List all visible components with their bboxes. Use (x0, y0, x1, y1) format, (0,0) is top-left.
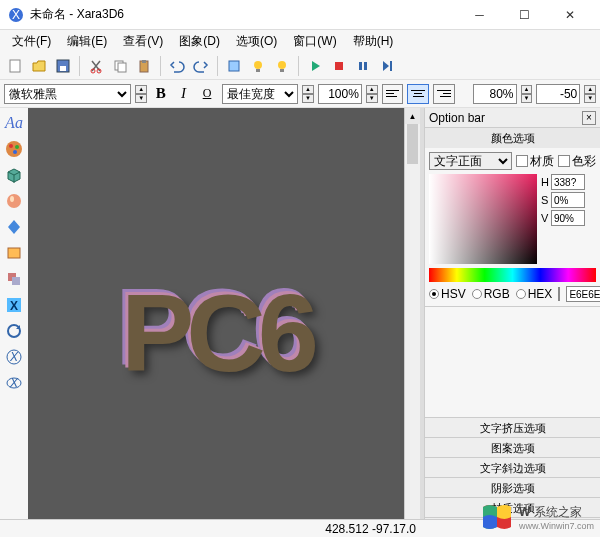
font-spinner[interactable]: ▲▼ (135, 85, 147, 103)
canvas-vscroll[interactable]: ▲ ▼ (404, 108, 420, 537)
acc-material[interactable]: 材质选项 (425, 497, 600, 517)
underline-button[interactable]: O (196, 83, 218, 105)
diamond-tool[interactable] (3, 216, 25, 238)
undo-button[interactable] (166, 55, 188, 77)
main-area: Aa X X X PC6 ▲ ▼ Option bar × 颜色选项 文字正面 (0, 108, 600, 537)
bulb2-icon[interactable] (271, 55, 293, 77)
s-input[interactable] (551, 192, 585, 208)
sidebar-header: Option bar × (425, 108, 600, 128)
menu-view[interactable]: 查看(V) (115, 31, 171, 51)
scroll-thumb[interactable] (407, 124, 418, 164)
svg-rect-10 (142, 60, 146, 63)
palette-tool[interactable] (3, 138, 25, 160)
colorize-checkbox[interactable]: 色彩 (558, 153, 596, 170)
sidebar-title: Option bar (429, 111, 485, 125)
bold-button[interactable]: B (151, 83, 171, 105)
svg-point-21 (9, 144, 13, 148)
panel-tool[interactable] (3, 242, 25, 264)
pct1-input[interactable] (473, 84, 517, 104)
svg-point-14 (278, 61, 286, 69)
open-button[interactable] (28, 55, 50, 77)
menu-help[interactable]: 帮助(H) (345, 31, 402, 51)
left-toolbar: Aa X X X (0, 108, 28, 537)
x3-tool[interactable]: X (3, 372, 25, 394)
rotate-tool[interactable] (3, 320, 25, 342)
h-input[interactable] (551, 174, 585, 190)
minimize-button[interactable]: ─ (457, 0, 502, 30)
paste-button[interactable] (133, 55, 155, 77)
stop-button[interactable] (328, 55, 350, 77)
menu-file[interactable]: 文件(F) (4, 31, 59, 51)
menu-edit[interactable]: 编辑(E) (59, 31, 115, 51)
color-picker-area[interactable] (429, 174, 537, 264)
align-left-button[interactable] (382, 84, 404, 104)
next-button[interactable] (376, 55, 398, 77)
cut-button[interactable] (85, 55, 107, 77)
window-title: 未命名 - Xara3D6 (30, 6, 457, 23)
x-tool[interactable]: X (3, 294, 25, 316)
svg-rect-16 (335, 62, 343, 70)
canvas[interactable]: PC6 (28, 108, 404, 537)
acc-pattern[interactable]: 图案选项 (425, 437, 600, 457)
svg-rect-19 (390, 61, 392, 71)
v-label: V (541, 212, 549, 224)
cube-tool[interactable] (3, 164, 25, 186)
align-right-button[interactable] (433, 84, 455, 104)
sidebar-close-button[interactable]: × (582, 111, 596, 125)
svg-point-12 (254, 61, 262, 69)
color-section-header[interactable]: 颜色选项 (425, 128, 600, 148)
close-button[interactable]: ✕ (547, 0, 592, 30)
mode-hex-radio[interactable]: HEX (516, 287, 553, 301)
pct2-spinner[interactable]: ▲▼ (584, 85, 596, 103)
svg-point-24 (7, 194, 21, 208)
scroll-up-icon[interactable]: ▲ (405, 108, 420, 124)
pause-button[interactable] (352, 55, 374, 77)
status-bar: 428.512 -97.17.0 (0, 519, 600, 537)
play-button[interactable] (304, 55, 326, 77)
hex-input[interactable] (566, 286, 600, 302)
acc-extrude[interactable]: 文字挤压选项 (425, 417, 600, 437)
tool-a[interactable] (223, 55, 245, 77)
acc-shadow[interactable]: 阴影选项 (425, 477, 600, 497)
italic-button[interactable]: I (175, 83, 193, 105)
redo-button[interactable] (190, 55, 212, 77)
menu-image[interactable]: 图象(D) (171, 31, 228, 51)
svg-rect-15 (280, 69, 284, 72)
canvas-3d-text: PC6 (121, 269, 311, 396)
format-bar: 微软雅黑 ▲▼ B I O 最佳宽度 ▲▼ ▲▼ ▲▼ ▲▼ (0, 80, 600, 108)
zoom-input[interactable] (318, 84, 362, 104)
hue-slider[interactable] (429, 268, 596, 282)
menu-options[interactable]: 选项(O) (228, 31, 285, 51)
x2-tool[interactable]: X (3, 346, 25, 368)
copy-button[interactable] (109, 55, 131, 77)
align-center-button[interactable] (407, 84, 429, 104)
save-button[interactable] (52, 55, 74, 77)
svg-rect-13 (256, 69, 260, 72)
svg-point-31 (8, 325, 20, 337)
color-swatch[interactable] (558, 287, 560, 301)
mode-rgb-radio[interactable]: RGB (472, 287, 510, 301)
pct1-spinner[interactable]: ▲▼ (521, 85, 533, 103)
lightbulb-icon[interactable] (247, 55, 269, 77)
material-checkbox[interactable]: 材质 (516, 153, 554, 170)
extrude-tool[interactable] (3, 268, 25, 290)
svg-text:X: X (9, 376, 19, 390)
color-target-select[interactable]: 文字正面 (429, 152, 512, 170)
new-button[interactable] (4, 55, 26, 77)
pct2-input[interactable] (536, 84, 580, 104)
svg-point-20 (6, 141, 22, 157)
v-input[interactable] (551, 210, 585, 226)
menu-bar: 文件(F) 编辑(E) 查看(V) 图象(D) 选项(O) 窗口(W) 帮助(H… (0, 30, 600, 52)
maximize-button[interactable]: ☐ (502, 0, 547, 30)
acc-bevel[interactable]: 文字斜边选项 (425, 457, 600, 477)
svg-point-25 (10, 196, 14, 202)
sphere-tool[interactable] (3, 190, 25, 212)
text-tool[interactable]: Aa (3, 112, 25, 134)
zoom-spinner[interactable]: ▲▼ (366, 85, 378, 103)
svg-point-22 (15, 145, 19, 149)
font-select[interactable]: 微软雅黑 (4, 84, 131, 104)
width-spinner[interactable]: ▲▼ (302, 85, 314, 103)
menu-window[interactable]: 窗口(W) (285, 31, 344, 51)
width-select[interactable]: 最佳宽度 (222, 84, 298, 104)
mode-hsv-radio[interactable]: HSV (429, 287, 466, 301)
